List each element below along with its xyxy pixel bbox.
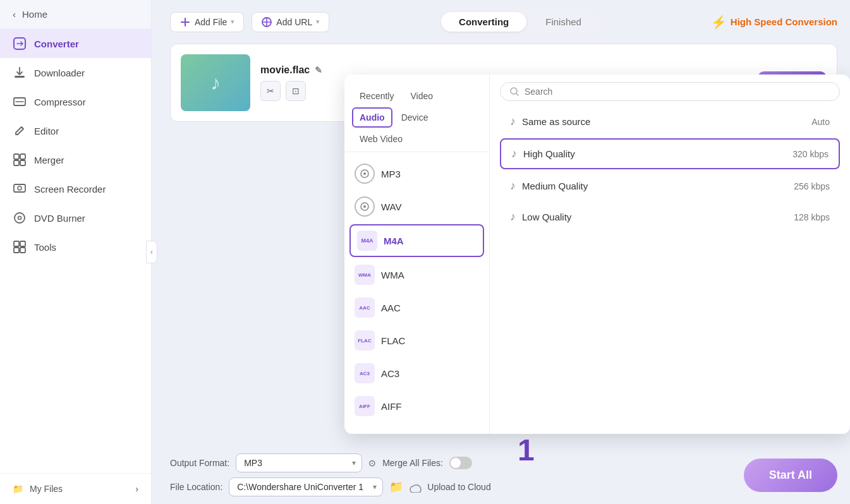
home-label: Home (22, 9, 47, 20)
format-item-ac3[interactable]: AC3 AC3 (344, 357, 489, 390)
speed-badge: ⚡ High Speed Conversion (711, 15, 837, 30)
topbar: Add File ▾ Add URL ▾ Converting Finished… (170, 10, 837, 33)
sidebar-merger-label: Merger (34, 155, 64, 165)
sidebar-my-files[interactable]: 📁 My Files › (0, 473, 151, 504)
sidebar-item-downloader[interactable]: Downloader (0, 58, 151, 87)
sidebar-item-tools[interactable]: Tools (0, 232, 151, 261)
sidebar-item-compressor[interactable]: Compressor (0, 87, 151, 116)
svg-point-9 (15, 213, 25, 223)
quality-music-icon-4: ♪ (510, 210, 516, 224)
home-icon: ‹ (13, 9, 16, 20)
tab-finished[interactable]: Finished (528, 12, 599, 32)
format-item-wma[interactable]: WMA WMA (344, 258, 489, 291)
sidebar-item-dvd-burner[interactable]: DVD Burner (0, 203, 151, 232)
quality-item-high[interactable]: ♪ High Quality 320 kbps (500, 138, 840, 169)
format-item-mp3[interactable]: MP3 (344, 157, 489, 190)
sidebar-item-editor[interactable]: Editor (0, 116, 151, 145)
quality-music-icon-2: ♪ (511, 147, 517, 160)
my-files-arrow: › (135, 484, 138, 494)
file-edit-icon[interactable]: ✎ (315, 65, 322, 75)
merge-toggle[interactable] (449, 457, 472, 469)
format-item-flac[interactable]: FLAC FLAC (344, 324, 489, 357)
main-content: Add File ▾ Add URL ▾ Converting Finished… (157, 0, 850, 504)
svg-rect-1 (15, 76, 25, 78)
format-picker-left: Recently Video Audio Device Web Video (344, 75, 490, 434)
tab-video[interactable]: Video (403, 86, 440, 106)
merge-label: Merge All Files: (382, 458, 443, 468)
tab-group: Converting Finished (439, 10, 601, 33)
svg-rect-7 (14, 184, 25, 192)
sidebar-compressor-label: Compressor (34, 97, 86, 107)
svg-rect-6 (20, 160, 25, 165)
merger-icon (13, 153, 27, 167)
search-icon (509, 87, 519, 97)
sidebar-tools-label: Tools (34, 242, 56, 253)
svg-point-10 (18, 217, 21, 220)
quality-music-icon-1: ♪ (510, 115, 516, 128)
add-file-label: Add File (195, 17, 227, 27)
quality-item-medium[interactable]: ♪ Medium Quality 256 kbps (500, 172, 840, 200)
output-format-row: Output Format: MP3 ⊙ Merge All Files: (170, 453, 491, 472)
sidebar-item-merger[interactable]: Merger (0, 145, 151, 174)
tab-web-video[interactable]: Web Video (352, 129, 410, 149)
sidebar-screen-recorder-label: Screen Recorder (34, 184, 106, 195)
format-picker-right: ♪ Same as source Auto ♪ High Quality 320… (490, 75, 850, 434)
wav-icon (355, 196, 375, 217)
tab-recently[interactable]: Recently (352, 86, 401, 106)
quality-list: ♪ Same as source Auto ♪ High Quality 320… (500, 107, 840, 231)
svg-rect-12 (20, 241, 25, 246)
sidebar-item-home[interactable]: ‹ Home (0, 0, 151, 29)
svg-rect-3 (14, 154, 19, 159)
file-location-select-wrapper: C:\Wondershare UniConverter 1 (229, 477, 383, 496)
cut-button[interactable]: ✂ (260, 81, 281, 101)
crop-button[interactable]: ⊡ (286, 81, 306, 101)
output-format-label: Output Format: (170, 458, 229, 468)
output-format-select[interactable]: MP3 (236, 453, 362, 472)
tools-icon (13, 240, 27, 254)
dvd-burner-icon (13, 211, 27, 225)
format-item-m4a[interactable]: M4A M4A (349, 224, 484, 257)
svg-point-19 (363, 205, 366, 208)
format-item-aiff[interactable]: AIFF AIFF (344, 390, 489, 423)
add-file-chevron-icon: ▾ (231, 18, 234, 26)
add-url-label: Add URL (276, 17, 312, 27)
output-format-select-wrapper: MP3 (236, 453, 362, 472)
format-picker-dropdown: Recently Video Audio Device Web Video (344, 75, 850, 434)
tab-converting[interactable]: Converting (441, 12, 526, 32)
sidebar-item-converter[interactable]: Converter (0, 29, 151, 58)
file-location-label: File Location: (170, 482, 222, 492)
tab-audio[interactable]: Audio (352, 107, 392, 128)
svg-rect-11 (14, 241, 19, 246)
sidebar-collapse-btn[interactable]: ‹ (146, 241, 157, 263)
bottom-bar: Output Format: MP3 ⊙ Merge All Files: Fi… (170, 453, 837, 496)
format-item-wav[interactable]: WAV (344, 190, 489, 223)
sidebar-item-screen-recorder[interactable]: Screen Recorder (0, 174, 151, 203)
m4a-icon: M4A (357, 231, 377, 251)
add-file-button[interactable]: Add File ▾ (170, 12, 244, 32)
upload-to-cloud-button[interactable]: Upload to Cloud (410, 481, 490, 493)
downloader-icon (13, 66, 27, 80)
aac-icon: AAC (355, 297, 375, 318)
search-input[interactable] (525, 87, 830, 97)
svg-point-8 (18, 186, 21, 190)
format-item-aac[interactable]: AAC AAC (344, 291, 489, 324)
add-url-button[interactable]: Add URL ▾ (252, 12, 329, 32)
format-picker-tabs: Recently Video Audio Device Web Video (344, 81, 489, 152)
mp3-icon (355, 164, 375, 184)
picker-search-box[interactable] (500, 82, 840, 101)
tab-device[interactable]: Device (394, 107, 436, 128)
file-thumbnail: ♪ (181, 54, 250, 111)
sidebar-editor-label: Editor (34, 126, 59, 136)
quality-item-low[interactable]: ♪ Low Quality 128 kbps (500, 203, 840, 231)
quality-item-same-as-source[interactable]: ♪ Same as source Auto (500, 107, 840, 136)
svg-rect-14 (20, 248, 25, 253)
start-all-button[interactable]: Start All (744, 459, 837, 492)
sidebar: ‹ Home Converter Downloader Compresso (0, 0, 152, 504)
screen-recorder-icon (13, 182, 27, 196)
format-list: MP3 WAV M4A (344, 152, 489, 428)
file-location-select[interactable]: C:\Wondershare UniConverter 1 (229, 477, 383, 496)
compressor-icon (13, 95, 27, 109)
folder-browse-icon[interactable]: 📁 (389, 480, 403, 494)
bottom-left: Output Format: MP3 ⊙ Merge All Files: Fi… (170, 453, 491, 496)
quality-music-icon-3: ♪ (510, 179, 516, 193)
